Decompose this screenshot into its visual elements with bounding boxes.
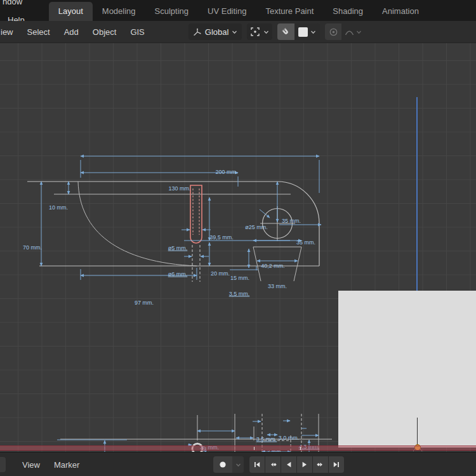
play-icon [301, 461, 308, 468]
auto-keying-button[interactable] [213, 456, 232, 473]
dimension-label: 3,5 mm. [256, 437, 277, 442]
reference-image-plane[interactable] [338, 291, 476, 447]
blender-window: ndowHelp LayoutModelingSculptingUV Editi… [0, 0, 476, 476]
timeline-marker-tick [254, 447, 255, 450]
play-reverse-icon [285, 461, 293, 468]
playback-controls [213, 456, 344, 473]
auto-keying-dropdown[interactable] [232, 456, 244, 473]
dimension-label: 40,2 mm. [261, 263, 285, 269]
chevron-down-icon [235, 462, 241, 468]
dimension-label: 35 mm. [282, 218, 301, 224]
timeline-menus: ViewMarker [15, 455, 86, 475]
next-keyframe-icon [317, 461, 324, 468]
dimension-label: 35 mm. [296, 240, 315, 246]
jump-to-end-icon [333, 461, 340, 468]
transform-orientation-icon [193, 27, 202, 36]
proportional-editing-icon [329, 27, 338, 37]
proportional-editing-control [325, 23, 365, 40]
tab-sculpting[interactable]: Sculpting [145, 2, 198, 21]
orientation-label: Global [205, 27, 229, 37]
dimension-label: 200 mm. [215, 169, 237, 175]
dimension-label: 33 mm. [268, 284, 287, 289]
snap-with-dropdown[interactable] [294, 23, 320, 40]
dimension-label: 97 mm. [135, 300, 154, 306]
snap-swatch [298, 27, 308, 37]
dimension-label: 3,0 mm. [279, 435, 300, 441]
menu-ndow[interactable]: ndow [0, 0, 32, 11]
dimension-label: 10 mm. [49, 205, 68, 211]
pivot-point-dropdown[interactable] [247, 23, 272, 40]
dimension-label: ø6 mm. [168, 272, 188, 277]
menu-marker[interactable]: Marker [47, 455, 86, 475]
jump-to-end-button[interactable] [329, 456, 344, 473]
chevron-down-icon [310, 29, 316, 35]
jump-to-start-button[interactable] [249, 456, 265, 473]
next-keyframe-button[interactable] [313, 456, 328, 473]
snapping-control [277, 23, 320, 40]
transform-orientation-dropdown[interactable]: Global [188, 23, 242, 40]
viewport-header: iewSelectAddObjectGIS Global [0, 21, 476, 43]
dimension-label: 70 mm. [23, 245, 42, 251]
editor-type-button[interactable] [0, 457, 6, 472]
dimension-label: 3,5 mm. [229, 291, 250, 297]
menu-iew[interactable]: iew [0, 22, 20, 42]
dimension-label: 20 mm. [211, 271, 230, 277]
previous-keyframe-icon [269, 461, 277, 468]
timeline-strip[interactable] [0, 446, 476, 451]
proportional-editing-toggle[interactable] [325, 23, 341, 40]
workspace-tabs: LayoutModelingSculptingUV EditingTexture… [49, 0, 428, 21]
proportional-falloff-icon [345, 27, 354, 37]
proportional-falloff-dropdown[interactable] [341, 23, 365, 40]
play-button[interactable] [297, 456, 312, 473]
timeline-header: ViewMarker [0, 452, 476, 476]
dimension-label: 15 mm. [230, 275, 249, 281]
tab-texture-paint[interactable]: Texture Paint [256, 2, 323, 21]
menu-object[interactable]: Object [86, 22, 124, 42]
tab-layout[interactable]: Layout [49, 2, 93, 21]
dimension-label: ø5 mm. [168, 246, 188, 251]
record-icon [219, 461, 227, 468]
chevron-down-icon [232, 29, 237, 35]
topbar: ndowHelp LayoutModelingSculptingUV Editi… [0, 0, 476, 21]
play-reverse-button[interactable] [281, 456, 296, 473]
snap-toggle-button[interactable] [277, 23, 294, 40]
previous-keyframe-button[interactable] [265, 456, 281, 473]
dimension-label: ø25 mm. [245, 225, 268, 230]
record-control [213, 456, 244, 473]
dimension-label: 130 mm. [168, 186, 190, 192]
timeline-marker-tick [300, 447, 301, 450]
menu-add[interactable]: Add [57, 22, 86, 42]
chevron-down-icon [356, 29, 362, 35]
tab-uv-editing[interactable]: UV Editing [198, 2, 256, 21]
chevron-down-icon [263, 29, 269, 35]
jump-to-start-icon [253, 461, 261, 468]
snap-magnet-icon [279, 25, 293, 38]
tab-animation[interactable]: Animation [373, 2, 428, 21]
tab-shading[interactable]: Shading [323, 2, 373, 21]
menu-view[interactable]: View [15, 455, 47, 475]
dimension-label: 39,5 mm. [209, 235, 234, 241]
menu-gis[interactable]: GIS [123, 22, 151, 42]
viewport-menus: iewSelectAddObjectGIS [0, 22, 152, 42]
menu-select[interactable]: Select [20, 22, 57, 42]
tab-modeling[interactable]: Modeling [93, 2, 145, 21]
pivot-point-icon [250, 27, 260, 37]
transport-buttons [249, 456, 344, 473]
